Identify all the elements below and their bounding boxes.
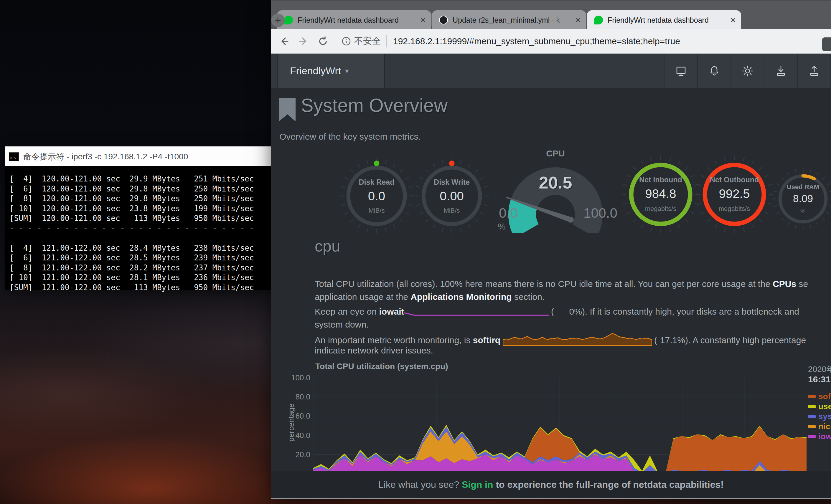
- legend-swatch: [808, 435, 816, 438]
- gauge-label: Disk Read: [337, 178, 417, 186]
- toolbar-alarms-button[interactable]: [697, 54, 730, 88]
- bell-icon: [708, 64, 721, 78]
- cpu-paragraph-line: application usage at the Applications Mo…: [315, 292, 545, 302]
- iowait-value: 0%: [554, 307, 582, 317]
- chart-ytick: 100.0: [282, 373, 310, 382]
- sign-in-link[interactable]: Sign in: [462, 479, 493, 490]
- chart-ytick: 80.0: [282, 392, 310, 402]
- browser-window: FriendlyWrt netdata dashboard × Update r…: [271, 0, 831, 499]
- legend-item[interactable]: softirq: [808, 391, 831, 402]
- chevron-down-icon: ▾: [345, 67, 349, 75]
- tab-title: FriendlyWrt netdata dashboard: [608, 16, 727, 25]
- netdata-favicon: [284, 16, 293, 25]
- toolbar-import-button[interactable]: [764, 54, 797, 88]
- legend-item[interactable]: iowait: [808, 432, 831, 442]
- tab-close-icon[interactable]: ×: [420, 15, 426, 25]
- gauge-units: %: [498, 221, 506, 232]
- signin-bar: Like what you see? Sign in to experience…: [271, 471, 831, 499]
- gauge-label: CPU: [494, 148, 618, 158]
- gauge-units: megabits/s: [620, 205, 702, 213]
- legend-label: iowait: [818, 432, 831, 441]
- download-icon: [774, 64, 787, 78]
- terminal-titlebar[interactable]: C:\ 命令提示符 - iperf3 -c 192.168.1.2 -P4 -t…: [5, 146, 271, 167]
- gauge-value: 992.5: [693, 187, 776, 201]
- netdata-favicon: [594, 16, 603, 25]
- tab-close-icon[interactable]: ×: [575, 15, 581, 25]
- iowait-sparkline[interactable]: [404, 307, 549, 318]
- address-bar: 不安全 192.168.2.1:19999/#menu_system_subme…: [271, 29, 831, 54]
- terminal-output[interactable]: [ 4] 120.00-121.00 sec 29.9 MBytes 251 M…: [5, 166, 271, 290]
- tab-close-icon[interactable]: ×: [730, 15, 736, 25]
- signin-text: Like what you see? Sign in to experience…: [378, 479, 724, 490]
- host-dropdown[interactable]: FriendlyWrt ▾: [277, 54, 385, 88]
- toolbar-export-button[interactable]: [797, 54, 830, 88]
- terminal-title: 命令提示符 - iperf3 -c 192.168.1.2 -P4 -t1000: [23, 151, 188, 162]
- tab-netdata-1[interactable]: FriendlyWrt netdata dashboard ×: [277, 10, 431, 30]
- new-tab-button[interactable]: +: [271, 13, 285, 27]
- reload-icon[interactable]: [316, 35, 329, 48]
- site-security-chip[interactable]: 不安全: [341, 35, 386, 47]
- tab-netdata-2-active[interactable]: FriendlyWrt netdata dashboard ×: [587, 10, 741, 30]
- cpu-area-chart[interactable]: [313, 378, 806, 474]
- gauge-value: 20.5: [494, 173, 618, 192]
- gauge-units: %: [769, 208, 831, 215]
- cpu-paragraph-line: indicate network driver issues.: [315, 346, 433, 356]
- toolbar-settings-button[interactable]: [730, 54, 764, 88]
- chart-date: 2020年3: [808, 364, 831, 375]
- gauge-label: Net Outbound: [693, 176, 776, 184]
- chart-ytick: 20.0: [282, 450, 310, 459]
- forward-icon[interactable]: [297, 35, 310, 48]
- gauge-used-ram[interactable]: Used RAM 8.09 %: [769, 165, 831, 233]
- cpus-link[interactable]: CPUs: [773, 279, 796, 289]
- gauge-disk-read[interactable]: Disk Read 0.0 MiB/s: [337, 156, 417, 236]
- section-title: System Overview: [301, 94, 448, 116]
- gauge-net-inbound[interactable]: Net Inbound 984.8 megabits/s: [620, 153, 702, 236]
- applications-monitoring-link[interactable]: Applications Monitoring: [410, 292, 512, 302]
- legend-label: softirq: [818, 392, 831, 401]
- legend-swatch: [808, 425, 816, 428]
- legend-label: user: [818, 402, 831, 411]
- legend-item[interactable]: system: [808, 412, 831, 421]
- softirq-value: 17.1%: [657, 335, 685, 345]
- gauge-value: 8.09: [769, 192, 831, 204]
- url-text[interactable]: 192.168.2.1:19999/#menu_system_submenu_c…: [393, 36, 680, 46]
- toolbar-display-button[interactable]: [664, 54, 697, 88]
- tab-title: Update r2s_lean_minimal.yml · k: [453, 16, 572, 25]
- extension-icon[interactable]: [822, 37, 831, 51]
- terminal-window: C:\ 命令提示符 - iperf3 -c 192.168.1.2 -P4 -t…: [5, 146, 271, 290]
- tab-strip: FriendlyWrt netdata dashboard × Update r…: [271, 0, 831, 30]
- gauge-disk-write[interactable]: Disk Write 0.00 MiB/s: [412, 156, 491, 236]
- upload-icon: [808, 64, 821, 78]
- gauge-min: 0.0: [499, 205, 518, 221]
- netdata-navbar: FriendlyWrt ▾: [271, 54, 831, 88]
- chart-time: 16:31:2: [808, 375, 831, 384]
- legend-item[interactable]: user: [808, 402, 831, 412]
- security-label: 不安全: [354, 35, 381, 47]
- legend-label: nice: [818, 422, 831, 431]
- tab-title: FriendlyWrt netdata dashboard: [297, 16, 417, 25]
- github-favicon: [439, 16, 448, 25]
- bookmark-icon: [279, 98, 295, 121]
- gauge-label: Net Inbound: [620, 176, 702, 184]
- display-icon: [675, 64, 687, 78]
- chart-ytick: 40.0: [282, 431, 310, 440]
- cpu-heading: cpu: [315, 237, 340, 255]
- chart-title: Total CPU utilization (system.cpu): [315, 362, 448, 371]
- cpu-paragraph-line: Keep an eye on iowait (0%). If it is con…: [315, 307, 799, 320]
- legend-swatch: [808, 415, 816, 418]
- gauge-units: MiB/s: [337, 207, 417, 214]
- gauge-max: 100.0: [583, 205, 618, 221]
- dashboard-content: System Overview Overview of the key syst…: [271, 88, 831, 471]
- legend-swatch: [808, 395, 816, 398]
- legend-label: system: [818, 412, 831, 421]
- softirq-sparkline[interactable]: [503, 332, 652, 346]
- tab-github[interactable]: Update r2s_lean_minimal.yml · k ×: [432, 10, 586, 30]
- gauge-net-outbound[interactable]: Net Outbound 992.5 megabits/s: [693, 153, 776, 236]
- gauge-value: 984.8: [620, 187, 702, 201]
- gauge-cpu[interactable]: CPU 20.5 0.0 100.0 %: [494, 147, 618, 233]
- gauge-label: Disk Write: [412, 178, 491, 186]
- back-icon[interactable]: [278, 35, 291, 48]
- gauge-value: 0.0: [337, 189, 417, 203]
- legend-item[interactable]: nice: [808, 421, 831, 432]
- host-name: FriendlyWrt: [290, 65, 341, 77]
